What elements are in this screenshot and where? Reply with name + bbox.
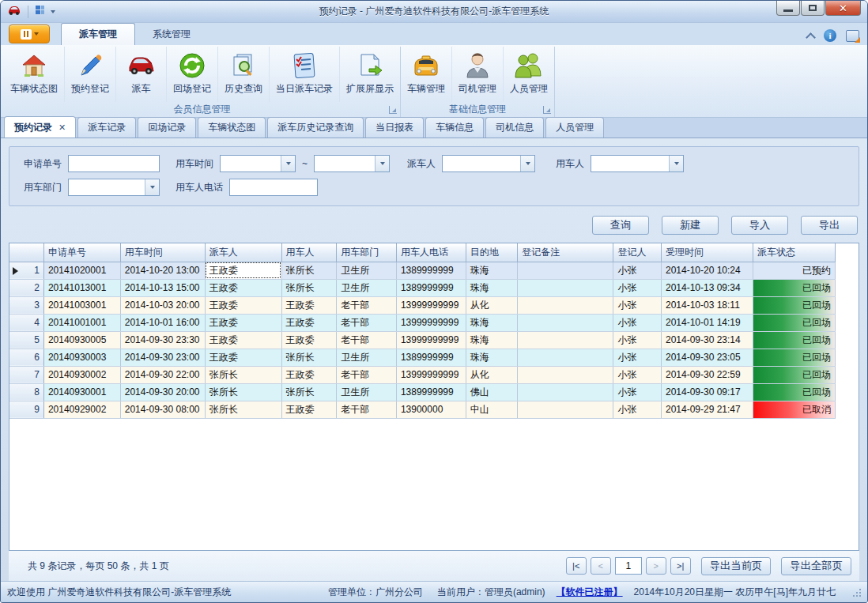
reservation-register-button[interactable]: 预约登记 <box>65 47 116 102</box>
table-row[interactable]: 9 20140929002 2014-09-30 08:00 张所长 王政委 老… <box>9 401 836 418</box>
cell-remark[interactable] <box>518 262 613 279</box>
cell-dest[interactable]: 佛山 <box>466 383 518 401</box>
use-time-to-combobox[interactable] <box>314 155 390 172</box>
table-row[interactable]: 2 20141013001 2014-10-13 15:00 王政委 张所长 卫… <box>9 279 836 296</box>
cell-order-no[interactable]: 20140929002 <box>43 401 120 418</box>
skin-style-icon[interactable] <box>846 30 859 42</box>
table-row[interactable]: 7 20140930002 2014-09-30 22:00 张所长 王政委 老… <box>9 366 836 383</box>
cell-accept-time[interactable]: 2014-09-30 23:14 <box>661 331 753 349</box>
cell-dispatcher[interactable]: 王政委 <box>205 279 281 296</box>
cell-phone[interactable]: 1389999999 <box>396 383 466 401</box>
cell-use-time[interactable]: 2014-09-30 20:00 <box>120 383 205 401</box>
cell-order-no[interactable]: 20140930002 <box>43 366 120 383</box>
cell-accept-time[interactable]: 2014-10-03 18:11 <box>661 296 753 314</box>
cell-phone[interactable]: 1389999999 <box>396 349 466 366</box>
cell-registrar[interactable]: 小张 <box>613 366 662 383</box>
order-no-input[interactable] <box>68 155 160 172</box>
cell-phone[interactable]: 13999999999 <box>396 296 466 314</box>
cell-dept[interactable]: 老干部 <box>337 366 397 383</box>
cell-car-user[interactable]: 王政委 <box>281 296 337 314</box>
cell-dest[interactable]: 从化 <box>466 296 518 314</box>
resize-grip[interactable] <box>851 587 861 597</box>
license-registered-link[interactable]: 【软件已注册】 <box>557 586 623 599</box>
cell-order-no[interactable]: 20141020001 <box>43 262 120 279</box>
col-header-dept[interactable]: 用车部门 <box>337 243 397 262</box>
doc-tab-driver-info[interactable]: 司机信息 <box>485 117 544 138</box>
cell-remark[interactable] <box>518 401 613 418</box>
chevron-down-icon[interactable] <box>281 156 295 171</box>
col-header-status[interactable]: 派车状态 <box>753 243 836 262</box>
col-header-dispatcher[interactable]: 派车人 <box>205 243 281 262</box>
table-row[interactable]: 4 20141001001 2014-10-01 16:00 王政委 王政委 老… <box>9 314 836 331</box>
cell-dept[interactable]: 老干部 <box>337 314 397 331</box>
cell-use-time[interactable]: 2014-09-30 23:30 <box>120 331 205 349</box>
cell-dept[interactable]: 老干部 <box>337 331 397 349</box>
cell-dept[interactable]: 卫生所 <box>337 262 397 279</box>
cell-dest[interactable]: 从化 <box>466 366 518 383</box>
table-row[interactable]: 8 20140930001 2014-09-30 20:00 张所长 张所长 卫… <box>9 383 836 401</box>
cell-status[interactable]: 已回场 <box>753 349 836 366</box>
cell-car-user[interactable]: 张所长 <box>281 262 337 279</box>
car-user-combobox[interactable] <box>591 155 684 172</box>
col-header-car-user[interactable]: 用车人 <box>281 243 337 262</box>
cell-remark[interactable] <box>518 366 613 383</box>
cell-accept-time[interactable]: 2014-10-01 14:19 <box>661 314 753 331</box>
maximize-button[interactable] <box>801 1 825 16</box>
export-current-page-button[interactable]: 导出当前页 <box>701 557 772 575</box>
cell-accept-time[interactable]: 2014-10-20 10:24 <box>661 262 753 279</box>
cell-use-time[interactable]: 2014-09-30 08:00 <box>120 401 205 418</box>
cell-dispatcher[interactable]: 王政委 <box>205 314 281 331</box>
col-header-use-time[interactable]: 用车时间 <box>120 243 205 262</box>
cell-status[interactable]: 已回场 <box>753 314 836 331</box>
cell-remark[interactable] <box>518 349 613 366</box>
collapse-ribbon-icon[interactable] <box>806 32 816 43</box>
cell-dispatcher[interactable]: 张所长 <box>205 366 281 383</box>
cell-status[interactable]: 已回场 <box>753 279 836 296</box>
cell-dest[interactable]: 中山 <box>466 401 518 418</box>
cell-registrar[interactable]: 小张 <box>613 331 662 349</box>
page-number-input[interactable]: 1 <box>615 557 642 575</box>
doc-tab-daily-report[interactable]: 当日报表 <box>365 117 424 138</box>
cell-status[interactable]: 已取消 <box>753 401 836 418</box>
cell-car-user[interactable]: 王政委 <box>281 314 337 331</box>
cell-order-no[interactable]: 20141001001 <box>43 314 120 331</box>
vehicle-status-map-button[interactable]: 车辆状态图 <box>4 47 65 102</box>
cell-remark[interactable] <box>518 314 613 331</box>
cell-status[interactable]: 已回场 <box>753 366 836 383</box>
cell-use-time[interactable]: 2014-10-20 13:00 <box>120 262 205 279</box>
cell-car-user[interactable]: 张所长 <box>281 279 337 296</box>
cell-registrar[interactable]: 小张 <box>613 296 662 314</box>
cell-registrar[interactable]: 小张 <box>613 401 662 418</box>
cell-phone[interactable]: 13900000 <box>396 401 466 418</box>
doc-tab-dispatch-records[interactable]: 派车记录 <box>77 117 136 138</box>
cell-dept[interactable]: 老干部 <box>337 401 397 418</box>
import-button[interactable]: 导入 <box>731 216 788 235</box>
col-header-accept-time[interactable]: 受理时间 <box>661 243 753 262</box>
export-button[interactable]: 导出 <box>801 216 858 235</box>
doc-tab-reservation-records[interactable]: 预约记录 ✕ <box>4 116 76 138</box>
cell-dest[interactable]: 珠海 <box>466 349 518 366</box>
cell-order-no[interactable]: 20141013001 <box>43 279 120 296</box>
first-page-button[interactable]: |< <box>566 557 587 575</box>
cell-accept-time[interactable]: 2014-09-30 09:17 <box>661 383 753 401</box>
dispatch-button[interactable]: 派车 <box>116 47 167 102</box>
cell-registrar[interactable]: 小张 <box>613 349 662 366</box>
cell-phone[interactable]: 13999999999 <box>396 314 466 331</box>
col-header-phone[interactable]: 用车人电话 <box>396 243 466 262</box>
cell-use-time[interactable]: 2014-10-13 15:00 <box>120 279 205 296</box>
cell-dispatcher[interactable]: 张所长 <box>205 383 281 401</box>
return-register-button[interactable]: 回场登记 <box>167 47 218 102</box>
cell-status[interactable]: 已回场 <box>753 296 836 314</box>
table-row[interactable]: 3 20141003001 2014-10-03 20:00 王政委 王政委 老… <box>9 296 836 314</box>
cell-use-time[interactable]: 2014-09-30 22:00 <box>120 366 205 383</box>
cell-registrar[interactable]: 小张 <box>613 279 662 296</box>
dispatcher-combobox[interactable] <box>442 155 535 172</box>
department-combobox[interactable] <box>68 179 160 196</box>
cell-accept-time[interactable]: 2014-10-13 09:34 <box>661 279 753 296</box>
cell-order-no[interactable]: 20140930005 <box>43 331 120 349</box>
cell-remark[interactable] <box>518 279 613 296</box>
close-tab-icon[interactable]: ✕ <box>58 122 66 133</box>
col-header-order-no[interactable]: 申请单号 <box>43 243 120 262</box>
query-button[interactable]: 查询 <box>592 216 649 235</box>
col-header-remark[interactable]: 登记备注 <box>518 243 613 262</box>
